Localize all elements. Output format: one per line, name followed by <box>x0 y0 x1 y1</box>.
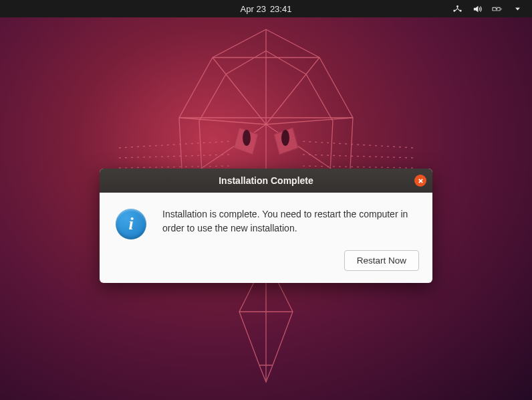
dialog-message: Installation is complete. You need to re… <box>162 207 416 235</box>
chevron-down-icon[interactable] <box>512 3 523 14</box>
clock[interactable]: Apr 23 23:41 <box>241 4 292 14</box>
dialog-body: i Installation is complete. You need to … <box>100 193 432 250</box>
network-icon[interactable] <box>452 3 462 14</box>
installation-complete-dialog: Installation Complete i Installation is … <box>100 169 432 283</box>
info-icon: i <box>116 209 146 239</box>
dialog-titlebar[interactable]: Installation Complete <box>100 169 432 193</box>
dialog-actions: Restart Now <box>100 250 432 283</box>
system-tray <box>452 3 532 14</box>
restart-now-button[interactable]: Restart Now <box>344 250 419 271</box>
battery-icon[interactable] <box>492 3 503 14</box>
date-label: Apr 23 <box>241 4 266 14</box>
top-menubar: Apr 23 23:41 <box>0 0 532 17</box>
volume-icon[interactable] <box>472 3 483 14</box>
time-label: 23:41 <box>270 4 292 14</box>
close-icon <box>418 178 424 184</box>
close-button[interactable] <box>414 175 426 187</box>
dialog-title: Installation Complete <box>219 175 313 186</box>
